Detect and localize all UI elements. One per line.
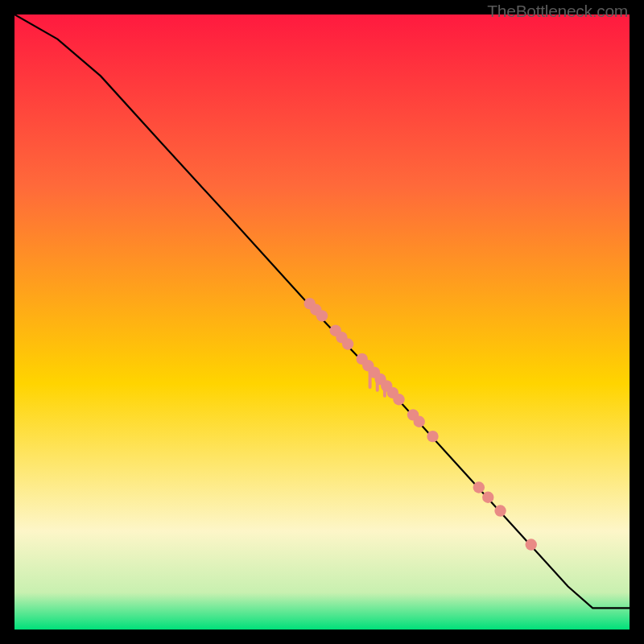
chart-plot-area [14,14,630,630]
gradient-background [14,14,630,630]
data-point [526,539,537,550]
watermark-label: TheBottleneck.com [487,2,628,21]
chart-svg [14,14,630,630]
data-point [393,394,404,405]
data-point [342,338,353,349]
data-point [494,505,506,516]
data-point [482,492,493,503]
data-point [427,431,438,442]
data-point [316,310,328,321]
data-point [473,481,485,493]
data-point [414,416,425,427]
